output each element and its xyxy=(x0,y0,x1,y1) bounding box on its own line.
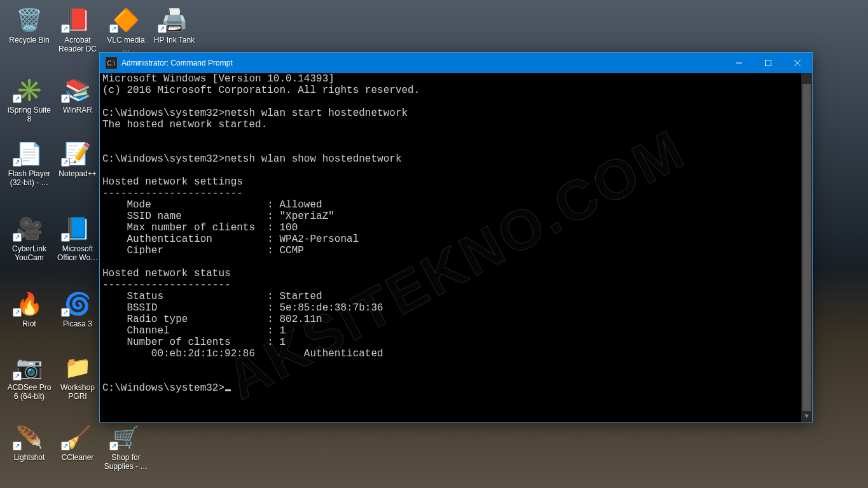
desktop-icon-label: Microsoft Office Wo… xyxy=(53,244,102,262)
desktop-icon-label: Notepad++ xyxy=(57,169,97,178)
desktop-icon-label: CCleaner xyxy=(60,453,95,462)
desktop-icon-workshop[interactable]: 📁Workshop PGRI xyxy=(53,352,102,401)
desktop-icon-riot[interactable]: 🔥↗Riot xyxy=(5,289,53,328)
terminal-area[interactable]: Microsoft Windows [Version 10.0.14393] (… xyxy=(100,73,812,422)
desktop-icon-vlc[interactable]: 🔶↗VLC media … xyxy=(102,5,150,53)
desktop-icon-label: ACDSee Pro 6 (64-bit) xyxy=(5,383,53,401)
recycle-bin-icon: 🗑️ xyxy=(15,5,44,34)
shortcut-arrow-icon: ↗ xyxy=(109,442,118,450)
desktop-icon-picasa[interactable]: 🌀↗Picasa 3 xyxy=(53,289,102,328)
desktop-icon-ispring[interactable]: ✳️↗iSpring Suite 8 xyxy=(5,75,53,123)
command-prompt-window: C:\ Administrator: Command Prompt Micros… xyxy=(99,52,813,422)
shortcut-arrow-icon: ↗ xyxy=(13,94,22,103)
desktop-icon-msword[interactable]: 📘↗Microsoft Office Wo… xyxy=(53,214,102,262)
shortcut-arrow-icon: ↗ xyxy=(13,308,22,317)
title-bar[interactable]: C:\ Administrator: Command Prompt xyxy=(100,53,812,73)
shortcut-arrow-icon: ↗ xyxy=(13,372,22,380)
shortcut-arrow-icon: ↗ xyxy=(61,158,70,167)
desktop-icon-label: Picasa 3 xyxy=(62,319,93,328)
shortcut-arrow-icon: ↗ xyxy=(13,233,22,242)
window-title: Administrator: Command Prompt xyxy=(121,59,233,67)
shortcut-arrow-icon: ↗ xyxy=(158,24,167,33)
shortcut-arrow-icon: ↗ xyxy=(61,308,70,317)
desktop-icon-acdsee[interactable]: 📷↗ACDSee Pro 6 (64-bit) xyxy=(5,352,53,401)
desktop-icon-label: WinRAR xyxy=(62,106,93,115)
workshop-icon: 📁 xyxy=(63,352,92,382)
desktop-icon-label: VLC media … xyxy=(102,36,150,53)
desktop-icon-shop[interactable]: 🛒↗Shop for Supplies - … xyxy=(102,422,150,471)
desktop-icon-label: Riot xyxy=(21,319,37,328)
desktop-icon-winrar[interactable]: 📚↗WinRAR xyxy=(53,75,102,115)
desktop-icon-lightshot[interactable]: 🪶↗Lightshot xyxy=(5,422,53,462)
terminal-content: Microsoft Windows [Version 10.0.14393] (… xyxy=(102,73,801,394)
vertical-scrollbar[interactable]: ▲ ▼ xyxy=(801,73,812,422)
desktop-icon-label: Lightshot xyxy=(13,453,46,462)
maximize-button[interactable] xyxy=(754,53,783,73)
desktop-icon-label: iSpring Suite 8 xyxy=(5,106,53,123)
desktop-icon-acrobat[interactable]: 📕↗Acrobat Reader DC xyxy=(53,5,102,53)
desktop-icon-notepadpp[interactable]: 📝↗Notepad++ xyxy=(53,139,102,178)
desktop-icon-hp-ink[interactable]: 🖨️↗HP Ink Tank xyxy=(150,5,198,45)
desktop-icon-label: HP Ink Tank xyxy=(153,36,196,45)
desktop-icon-label: Acrobat Reader DC xyxy=(53,36,102,53)
shortcut-arrow-icon: ↗ xyxy=(109,24,118,33)
minimize-button[interactable] xyxy=(724,53,754,73)
scroll-thumb[interactable] xyxy=(803,84,811,411)
desktop-icon-label: Flash Player (32-bit) - … xyxy=(5,169,53,187)
desktop-icon-label: Recycle Bin xyxy=(8,36,50,45)
shortcut-arrow-icon: ↗ xyxy=(61,24,70,33)
shortcut-arrow-icon: ↗ xyxy=(13,442,22,450)
desktop-icon-label: CyberLink YouCam xyxy=(5,244,53,262)
desktop-icon-label: Shop for Supplies - … xyxy=(102,453,150,471)
desktop-icon-recycle-bin[interactable]: 🗑️Recycle Bin xyxy=(5,5,53,45)
terminal-cursor xyxy=(225,389,231,391)
desktop-icon-flash[interactable]: 📄↗Flash Player (32-bit) - … xyxy=(5,139,53,187)
scroll-down-arrow[interactable]: ▼ xyxy=(801,411,812,422)
shortcut-arrow-icon: ↗ xyxy=(61,233,70,242)
shortcut-arrow-icon: ↗ xyxy=(61,442,70,450)
close-button[interactable] xyxy=(783,53,812,73)
desktop-icon-ccleaner[interactable]: 🧹↗CCleaner xyxy=(53,422,102,462)
desktop-icon-label: Workshop PGRI xyxy=(53,383,102,401)
svg-rect-0 xyxy=(766,60,771,66)
shortcut-arrow-icon: ↗ xyxy=(13,158,22,167)
desktop-icon-youcam[interactable]: 🎥↗CyberLink YouCam xyxy=(5,214,53,262)
shortcut-arrow-icon: ↗ xyxy=(61,94,70,103)
cmd-app-icon: C:\ xyxy=(105,57,118,69)
